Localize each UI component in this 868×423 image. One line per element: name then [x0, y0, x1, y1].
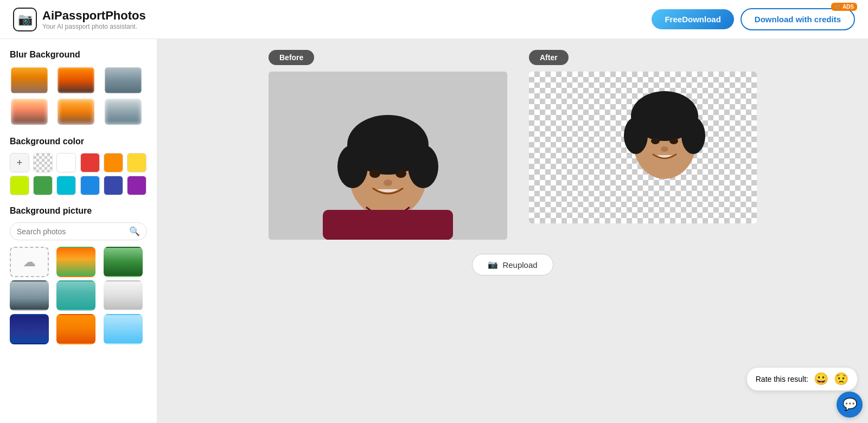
blur-thumb-2[interactable] — [56, 66, 95, 94]
before-photo — [269, 72, 507, 240]
emoji-good[interactable]: 😀 — [814, 372, 828, 386]
svg-point-17 — [661, 146, 668, 152]
photo-thumb-tree[interactable] — [104, 247, 143, 277]
download-credits-button[interactable]: 🛒 ADS Download with credits — [741, 8, 855, 30]
rate-bar: Rate this result: 😀 😟 — [747, 368, 857, 390]
svg-point-5 — [337, 145, 368, 188]
bg-picture-title: Background picture — [10, 206, 147, 216]
emoji-bad[interactable]: 😟 — [834, 372, 848, 386]
svg-point-15 — [651, 138, 660, 144]
blur-thumb-6[interactable] — [104, 98, 143, 126]
checker-background — [529, 72, 757, 223]
logo-text: AiPassportPhotos Your AI passport photo … — [42, 9, 146, 30]
reupload-icon: 📷 — [488, 260, 498, 270]
photo-thumb-mountain[interactable] — [10, 280, 49, 311]
app-name: AiPassportPhotos — [42, 9, 146, 23]
svg-point-13 — [624, 117, 648, 154]
color-swatch-green[interactable] — [33, 176, 53, 195]
svg-point-6 — [408, 145, 438, 188]
color-swatch-white[interactable] — [56, 153, 76, 172]
color-swatch-purple[interactable] — [127, 176, 146, 195]
color-swatch-blue[interactable] — [80, 176, 100, 195]
chat-button[interactable]: 💬 — [837, 392, 863, 418]
color-swatch-indigo[interactable] — [104, 176, 123, 195]
photo-thumb-dawn[interactable] — [56, 314, 95, 344]
blur-thumb-4[interactable] — [10, 98, 49, 126]
color-swatch-teal[interactable] — [56, 176, 76, 195]
bg-picture-section: Background picture 🔍 ☁ — [10, 206, 147, 344]
blur-thumb-3[interactable] — [104, 66, 143, 94]
svg-rect-10 — [323, 210, 453, 240]
sidebar: Blur Background Background color + — [0, 39, 157, 423]
ads-badge: 🛒 ADS — [831, 3, 857, 11]
reupload-label: Reupload — [502, 260, 537, 270]
blur-grid — [10, 66, 147, 126]
svg-point-7 — [369, 169, 380, 178]
svg-point-9 — [384, 180, 392, 186]
blur-section-title: Blur Background — [10, 50, 147, 60]
photo-thumb-interior[interactable] — [104, 280, 143, 311]
free-download-button[interactable]: FreeDownload — [652, 9, 733, 29]
color-swatch-orange[interactable] — [104, 153, 123, 172]
after-image — [529, 72, 757, 223]
search-input[interactable] — [17, 227, 129, 236]
photo-thumb-night[interactable] — [10, 314, 49, 344]
after-label: After — [529, 50, 569, 65]
color-swatch-checker[interactable] — [33, 153, 53, 172]
svg-point-8 — [395, 169, 406, 178]
svg-point-14 — [681, 117, 705, 154]
blur-thumb-5[interactable] — [56, 98, 95, 126]
rate-label: Rate this result: — [756, 375, 808, 383]
before-panel: Before — [269, 50, 507, 240]
blur-thumb-1[interactable] — [10, 66, 49, 94]
color-section: Background color + — [10, 137, 147, 195]
svg-point-16 — [669, 138, 678, 144]
app-tagline: Your AI passport photo assistant. — [42, 23, 146, 30]
after-panel: After — [529, 50, 757, 223]
before-image — [269, 72, 507, 240]
header-actions: FreeDownload 🛒 ADS Download with credits — [652, 8, 855, 30]
color-grid: + — [10, 153, 147, 195]
photo-thumb-field[interactable] — [56, 280, 95, 311]
panels-row: Before — [168, 50, 857, 240]
logo-icon: 📷 — [13, 8, 37, 31]
photo-upload-button[interactable]: ☁ — [10, 247, 49, 277]
photo-thumb-sunset[interactable] — [56, 247, 95, 277]
logo-area: 📷 AiPassportPhotos Your AI passport phot… — [13, 8, 146, 31]
photo-thumb-sky[interactable] — [104, 314, 143, 344]
before-label: Before — [269, 50, 314, 65]
search-box[interactable]: 🔍 — [10, 222, 147, 240]
upload-icon: ☁ — [23, 254, 36, 270]
color-swatch-plus[interactable]: + — [10, 153, 29, 172]
chat-icon: 💬 — [843, 398, 857, 412]
main-content: Before — [157, 39, 868, 423]
color-swatch-red[interactable] — [80, 153, 100, 172]
color-section-title: Background color — [10, 137, 147, 146]
photo-grid: ☁ — [10, 247, 147, 344]
header: 📷 AiPassportPhotos Your AI passport phot… — [0, 0, 868, 39]
reupload-button[interactable]: 📷 Reupload — [472, 254, 553, 275]
color-swatch-yellow[interactable] — [127, 153, 146, 172]
app-body: Blur Background Background color + — [0, 39, 868, 423]
color-swatch-lime[interactable] — [10, 176, 29, 195]
after-photo — [529, 72, 757, 223]
search-icon[interactable]: 🔍 — [129, 226, 140, 236]
